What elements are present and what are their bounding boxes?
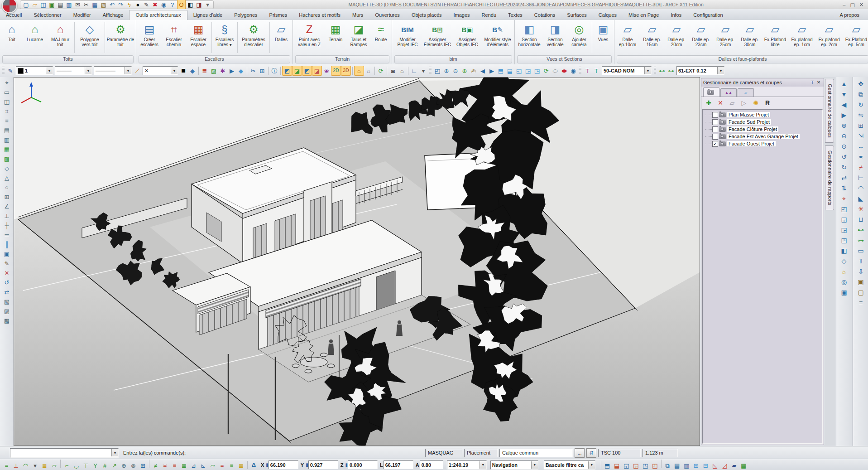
a-coordinate-field[interactable]: 0.80	[420, 460, 443, 469]
dim-style-1-icon[interactable]: ⊷	[657, 66, 667, 75]
wire-icon[interactable]: ◇	[839, 256, 849, 266]
slab-15-button[interactable]: ▱Dalle ep. 15cm	[640, 21, 664, 54]
iso-view-5-icon[interactable]: ◳	[532, 66, 542, 75]
center-icon[interactable]: ⌖	[839, 193, 849, 204]
pane-split-icon[interactable]: ◫	[2, 97, 12, 107]
align-9-icon[interactable]: ≡	[227, 461, 236, 470]
menu-tab-a-propos[interactable]: A propos	[834, 10, 865, 20]
exit-icon[interactable]: ◨	[195, 0, 203, 9]
menu-tab-lignes-d-aide[interactable]: Lignes d'aide	[187, 10, 229, 20]
window-diag-2-icon[interactable]: ◪	[292, 66, 302, 76]
hash-icon[interactable]: #	[100, 461, 110, 470]
arc-logo-icon[interactable]: ◧	[187, 0, 194, 9]
plus-grid-icon[interactable]: ⊞	[2, 192, 12, 202]
wall-2-icon[interactable]: ▤	[672, 461, 682, 470]
vlines-icon[interactable]: ║	[2, 240, 12, 249]
cube-back-icon[interactable]: ◰	[650, 461, 660, 470]
wye-icon[interactable]: Y	[91, 461, 100, 470]
fit-icon[interactable]: ◰	[839, 204, 849, 214]
stair-settings-button[interactable]: ⚙Paramètres d'escalier	[239, 21, 269, 54]
slope-ramp-button[interactable]: ◪Talus et Rampes	[346, 21, 371, 54]
tab-cameras[interactable]	[703, 87, 719, 97]
zoom-in-icon[interactable]: ⊕	[442, 66, 451, 75]
redo-icon[interactable]: ↷	[117, 0, 125, 9]
dropdown-arrow-icon[interactable]: ▾	[125, 67, 131, 74]
pin-icon[interactable]: ⊤	[809, 79, 815, 86]
ceiling-2-button[interactable]: ▱Fx-plafond ep. 2cm	[815, 21, 843, 54]
zoom-minus-icon[interactable]: ⊖	[839, 131, 849, 141]
tsc-field[interactable]: TSC 100	[598, 449, 641, 457]
layers-icon[interactable]: ≡	[2, 116, 12, 126]
drop-icon[interactable]: ▾	[30, 461, 40, 470]
swap-h-icon[interactable]: ⇄	[839, 172, 849, 183]
align-1-icon[interactable]: ≠	[151, 461, 160, 470]
stair-space-button[interactable]: ▦Escalier espace	[186, 21, 211, 54]
pan-left-icon[interactable]: ◀	[839, 99, 849, 110]
pan-up-icon[interactable]: ▲	[839, 78, 849, 89]
paste-icon[interactable]: ▧	[100, 0, 107, 9]
polygon-to-roof-button[interactable]: ◇Polygone vers toit	[76, 21, 104, 54]
wall-3-icon[interactable]: ▥	[682, 461, 691, 470]
tab-gestionnaire-calques[interactable]: Gestionnaire de calques	[825, 79, 834, 143]
erase-icon[interactable]: ✕	[2, 268, 12, 278]
lock-icon[interactable]: ▣	[855, 276, 866, 287]
solid-cube-icon[interactable]: ◆	[236, 66, 245, 75]
slab-20-button[interactable]: ▱Dalle ep. 20cm	[664, 21, 689, 54]
curve2-icon[interactable]: ◡	[72, 461, 81, 470]
chamfer-icon[interactable]: ◣	[855, 193, 866, 204]
arrow-ne-icon[interactable]: ↗	[110, 461, 119, 470]
window-diag-4-icon[interactable]: ◪	[312, 66, 322, 76]
line-width-combo[interactable]: ————▾	[94, 66, 132, 75]
menu-tab-textes[interactable]: Textes	[502, 10, 528, 20]
roof-settings-button[interactable]: ⚙Paramètre de toit	[106, 21, 135, 54]
grid-icon[interactable]: ⌗	[2, 107, 12, 116]
snap-toggle-icon[interactable]: O	[177, 0, 186, 10]
filled-sq-icon[interactable]: ▣	[2, 249, 12, 259]
axis-dropdown-icon[interactable]: ▾	[419, 66, 428, 75]
fillet-icon[interactable]: ◠	[855, 183, 866, 193]
current-color-swatch[interactable]: ■	[179, 66, 188, 75]
menu-tab-objets-plac-s[interactable]: Objets placés	[406, 10, 448, 20]
text-style-gear-icon[interactable]: T	[583, 66, 592, 75]
hatch2-icon[interactable]: ▨	[2, 306, 12, 316]
z-coordinate-field[interactable]: 0.000	[348, 460, 378, 469]
filter-combo[interactable]: Bascule filtre ca ▾	[544, 460, 595, 470]
save-icon[interactable]: ◫	[39, 0, 47, 9]
l-coordinate-field[interactable]: 66.197	[384, 460, 413, 469]
menu-tab-polygones[interactable]: Polygones	[228, 10, 263, 20]
help-icon[interactable]: ?	[168, 0, 176, 9]
pan-stop-icon[interactable]: ●	[134, 0, 142, 9]
layer-tool-icon[interactable]: ⇵	[586, 448, 596, 458]
ellipse-red-icon[interactable]: ⬬	[560, 66, 569, 75]
close-panel-icon[interactable]: ✕	[815, 79, 822, 86]
menu-tab-prismes[interactable]: Prismes	[264, 10, 293, 20]
terrain-button[interactable]: ▦Terrain	[325, 21, 346, 54]
edit-icon[interactable]: ✎	[2, 259, 12, 268]
cube-right-icon[interactable]: ◲	[631, 461, 641, 470]
stair-path-button[interactable]: ⌗Escalier chemin	[162, 21, 186, 54]
point-z-button[interactable]: ZPoint avec valeur en Z	[294, 21, 325, 54]
hlines-icon[interactable]: ═	[2, 230, 12, 240]
x-coordinate-field[interactable]: 66.190	[269, 460, 298, 469]
copy-obj-icon[interactable]: ⧉	[855, 89, 866, 99]
corner-icon[interactable]: ⌐	[62, 461, 72, 470]
pick-arrow-icon[interactable]: ▶	[227, 66, 236, 75]
masquag-field[interactable]: MASQUAG	[425, 449, 462, 457]
pan-down-icon[interactable]: ▼	[839, 89, 849, 99]
win-next-icon[interactable]: ◲	[839, 224, 849, 235]
grid-blue-icon[interactable]: ⊞	[138, 461, 148, 470]
label-icon[interactable]: ▭	[855, 245, 866, 256]
dropdown-arrow-icon[interactable]: ▾	[531, 461, 538, 469]
rotate-icon[interactable]: ↺	[2, 278, 12, 287]
menu-tab-murs[interactable]: Murs	[346, 10, 369, 20]
align-4-icon[interactable]: ≣	[179, 461, 189, 470]
close-button[interactable]: ✕	[859, 2, 863, 8]
views-button[interactable]: ▣Vues	[593, 21, 613, 54]
join-icon[interactable]: ⊔	[855, 214, 866, 224]
add-camera-button[interactable]: ◎Ajouter caméra	[567, 21, 591, 54]
triangle-icon[interactable]: △	[2, 173, 12, 183]
camera-checkbox[interactable]: ✓	[712, 141, 718, 147]
hatch-cell-icon[interactable]: ▩	[2, 154, 12, 164]
bim-edit-project-button[interactable]: BIMModifier Projet IFC	[393, 21, 422, 54]
mirror-icon[interactable]: ⇋	[855, 110, 866, 120]
